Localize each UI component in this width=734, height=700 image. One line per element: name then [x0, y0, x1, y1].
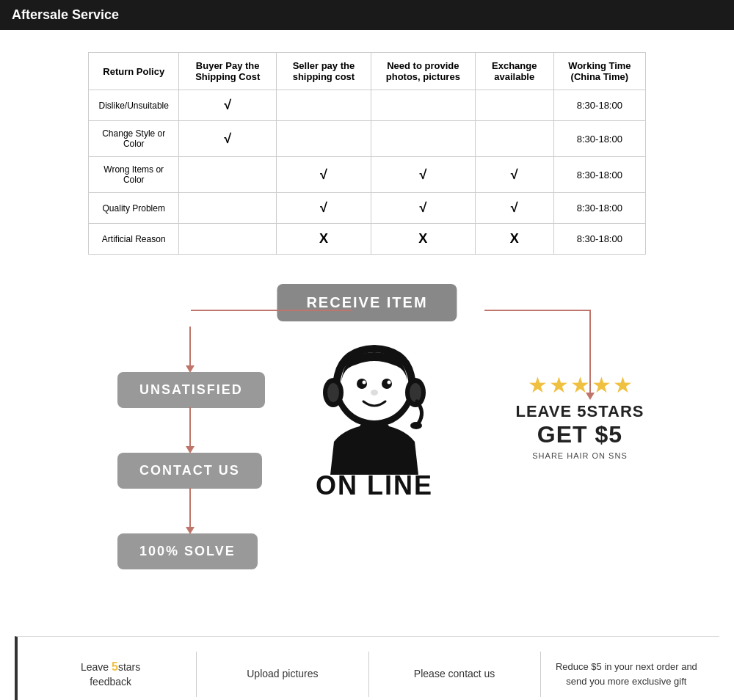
bottom-item-4: Reduce $5 in your next order and send yo… [541, 652, 712, 697]
table-cell [179, 193, 277, 224]
unsatisfied-box: UNSATISFIED [117, 372, 265, 408]
table-cell: X [276, 224, 371, 255]
get5-text: GET $5 [514, 421, 646, 448]
line-right [484, 310, 591, 311]
bottom-item-1-text: Leave 5starsfeedback [81, 659, 140, 690]
policy-table: Return Policy Buyer Pay the Shipping Cos… [88, 52, 646, 255]
page-title: Aftersale Service [12, 7, 119, 22]
svg-point-13 [360, 421, 389, 433]
table-cell: √ [371, 193, 475, 224]
table-cell [179, 224, 277, 255]
col-buyer-pay: Buyer Pay the Shipping Cost [179, 53, 277, 90]
table-cell: Wrong Items or Color [89, 157, 179, 193]
on-line-text: ON LINE [294, 470, 455, 501]
check-mark: √ [320, 167, 327, 182]
line-left [191, 310, 352, 311]
x-mark: X [319, 231, 328, 246]
main-content: Return Policy Buyer Pay the Shipping Cos… [0, 30, 734, 700]
star-4: ★ [592, 372, 611, 398]
col-return-policy: Return Policy [89, 53, 179, 90]
svg-point-12 [410, 422, 422, 429]
svg-point-5 [363, 381, 366, 384]
col-exchange: Exchange available [475, 53, 553, 90]
table-cell: Artificial Reason [89, 224, 179, 255]
table-cell [475, 90, 553, 121]
table-cell [276, 90, 371, 121]
table-cell: √ [276, 157, 371, 193]
bottom-item-1: Leave 5starsfeedback [25, 652, 197, 697]
flow-diagram: RECEIVE ITEM UNSATISFIED CONTACT US 100%… [73, 284, 661, 614]
table-row: Change Style or Color√8:30-18:00 [89, 121, 646, 157]
stars-row: ★ ★ ★ ★ ★ [514, 372, 646, 398]
svg-point-7 [371, 390, 378, 395]
table-cell: Change Style or Color [89, 121, 179, 157]
check-mark: √ [320, 200, 327, 215]
highlight-5: 5 [112, 660, 118, 673]
col-need-photos: Need to provide photos, pictures [371, 53, 475, 90]
table-cell [475, 121, 553, 157]
table-cell: X [475, 224, 553, 255]
bottom-item-4-text: Reduce $5 in your next order and send yo… [552, 660, 701, 688]
table-cell: √ [179, 90, 277, 121]
table-cell: √ [276, 193, 371, 224]
check-mark: √ [419, 200, 426, 215]
table-cell [371, 121, 475, 157]
check-mark: √ [224, 98, 231, 112]
bottom-item-3-text: Please contact us [414, 667, 495, 682]
table-row: Dislike/Unsuitable√8:30-18:00 [89, 90, 646, 121]
bottom-item-2-text: Upload pictures [247, 667, 318, 682]
table-row: Wrong Items or Color√√√8:30-18:00 [89, 157, 646, 193]
svg-point-11 [410, 383, 421, 402]
leave5stars-text: LEAVE 5STARS [514, 402, 646, 421]
svg-point-9 [327, 383, 339, 402]
bottom-bar: Leave 5starsfeedback Upload pictures Ple… [15, 636, 719, 700]
share-text: SHARE HAIR ON SNS [514, 451, 646, 460]
table-cell: Dislike/Unsuitable [89, 90, 179, 121]
star-5: ★ [613, 372, 633, 398]
svg-point-4 [382, 379, 392, 389]
table-cell [276, 121, 371, 157]
star-3: ★ [570, 372, 590, 398]
col-seller-pay: Seller pay the shipping cost [276, 53, 371, 90]
table-cell: Quality Problem [89, 193, 179, 224]
online-area: ON LINE [294, 328, 455, 501]
check-mark: √ [511, 167, 518, 182]
bottom-item-2: Upload pictures [197, 652, 368, 697]
col-working-time: Working Time (China Time) [553, 53, 645, 90]
table-cell: 8:30-18:00 [553, 121, 645, 157]
receive-item-box: RECEIVE ITEM [277, 284, 457, 321]
table-cell: √ [475, 193, 553, 224]
table-cell: 8:30-18:00 [553, 157, 645, 193]
check-mark: √ [511, 200, 518, 215]
svg-point-3 [357, 379, 367, 389]
solve-box: 100% SOLVE [117, 533, 258, 569]
table-cell: 8:30-18:00 [553, 90, 645, 121]
check-mark: √ [419, 167, 426, 182]
table-row: Artificial ReasonXXX8:30-18:00 [89, 224, 646, 255]
table-cell: √ [371, 157, 475, 193]
table-cell: 8:30-18:00 [553, 224, 645, 255]
table-cell: X [371, 224, 475, 255]
table-row: Quality Problem√√√8:30-18:00 [89, 193, 646, 224]
page-header: Aftersale Service [0, 0, 734, 30]
svg-point-6 [388, 381, 391, 384]
arrow-to-solve [189, 488, 191, 528]
x-mark: X [418, 231, 427, 246]
table-cell: √ [179, 121, 277, 157]
stars-area: ★ ★ ★ ★ ★ LEAVE 5STARS GET $5 SHARE HAIR… [514, 372, 646, 460]
headset-icon [301, 328, 448, 475]
contact-us-box: CONTACT US [117, 453, 262, 489]
table-cell: 8:30-18:00 [553, 193, 645, 224]
x-mark: X [510, 231, 519, 246]
arrow-to-unsatisfied [189, 327, 191, 367]
arrow-to-contact [189, 407, 191, 448]
check-mark: √ [224, 131, 231, 146]
bottom-item-3: Please contact us [369, 652, 541, 697]
table-cell: √ [475, 157, 553, 193]
star-2: ★ [549, 372, 569, 398]
table-cell [371, 90, 475, 121]
table-cell [179, 157, 277, 193]
star-1: ★ [528, 372, 548, 398]
